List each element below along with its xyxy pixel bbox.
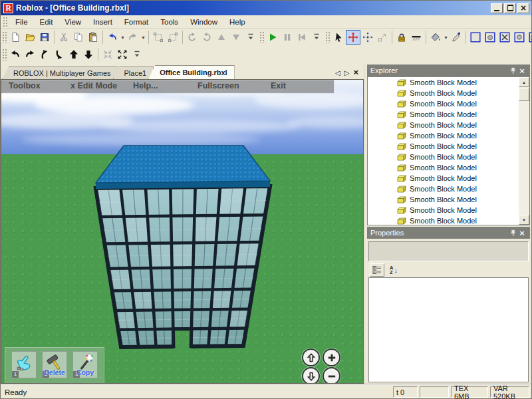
close-icon <box>521 4 526 13</box>
explorer-tree: Smooth Block Model Smooth Block Model Sm… <box>367 76 530 225</box>
pin-icon[interactable] <box>508 66 517 75</box>
hammer-delete-tool-button[interactable]: 2Delete <box>42 351 67 378</box>
tab-office-building-rbxl[interactable]: Office Building.rbxl <box>148 65 234 79</box>
camera-pan-up-icon[interactable] <box>37 47 52 62</box>
surface-weld-icon[interactable] <box>497 30 512 45</box>
fill-color-icon[interactable] <box>428 30 443 45</box>
block-model-icon <box>397 132 406 140</box>
redo-dropdown-icon: ▼ <box>140 30 146 45</box>
tab-scroll-left-icon[interactable] <box>335 70 340 76</box>
menu-item[interactable]: Format <box>118 17 154 27</box>
game-menu-item[interactable]: Fullscreen <box>198 81 239 90</box>
camera-zoom-out-icon[interactable] <box>81 47 96 62</box>
scrollbar-thumb[interactable] <box>519 88 529 101</box>
explorer-scrollbar[interactable] <box>519 77 529 225</box>
camera-zoom-in-icon[interactable] <box>66 47 81 62</box>
explorer-close-icon[interactable] <box>517 66 527 75</box>
menu-item[interactable]: Help <box>223 17 251 27</box>
menu-item[interactable]: File <box>9 17 34 27</box>
surface-studs-icon[interactable] <box>512 30 527 45</box>
camera-up-button[interactable] <box>302 348 320 366</box>
toolbar-options-icon[interactable] <box>130 47 144 62</box>
anchor-tool-icon[interactable] <box>409 30 424 45</box>
menu-item[interactable]: Tools <box>154 17 184 27</box>
explorer-item[interactable]: Smooth Block Model <box>368 215 529 225</box>
pin-icon[interactable] <box>508 228 517 237</box>
game-menu-bar: Toolboxx Edit ModeHelp...FullscreenExit <box>1 80 334 92</box>
explorer-item[interactable]: Smooth Block Model <box>368 120 529 130</box>
explorer-item[interactable]: Smooth Block Model <box>368 205 529 215</box>
copy-doc-icon <box>71 30 86 45</box>
categorized-view-icon[interactable] <box>370 263 384 277</box>
restore-button[interactable] <box>504 3 516 13</box>
zoom-extents-icon[interactable] <box>115 47 130 62</box>
surface-hinge-icon[interactable] <box>527 30 532 45</box>
explorer-item[interactable]: Smooth Block Model <box>368 77 529 88</box>
menu-item[interactable]: Edit <box>34 17 59 27</box>
tab-scroll-right-icon[interactable] <box>344 70 350 76</box>
alphabetical-sort-icon[interactable] <box>386 263 401 277</box>
viewport-3d-scene[interactable] <box>1 80 363 383</box>
explorer-item[interactable]: Smooth Block Model <box>368 184 529 194</box>
undo-icon[interactable] <box>105 30 120 45</box>
toolbar-options-icon[interactable] <box>309 30 324 45</box>
status-cell: VAR 520KB <box>490 386 529 398</box>
tab-place1[interactable]: Place1 <box>113 66 154 79</box>
camera-down-button[interactable] <box>302 367 320 384</box>
explorer-item[interactable]: Smooth Block Model <box>368 173 529 184</box>
camera-pan-down-icon[interactable] <box>52 47 66 62</box>
tab-roblox-multiplayer-games[interactable]: ROBLOX | Multiplayer Games <box>2 66 118 79</box>
move-tool-icon[interactable] <box>346 30 360 45</box>
select-cursor-icon[interactable] <box>331 30 346 45</box>
camera-tilt-left-icon[interactable] <box>8 47 23 62</box>
explorer-item-label: Smooth Block Model <box>410 110 477 118</box>
play-icon[interactable] <box>265 30 280 45</box>
minimize-icon <box>494 10 499 11</box>
resize-tool-icon[interactable] <box>360 30 375 45</box>
game-menu-item[interactable]: Help... <box>133 81 158 90</box>
properties-close-icon[interactable] <box>517 228 527 237</box>
save-icon[interactable] <box>37 30 52 45</box>
new-file-icon[interactable] <box>8 30 23 45</box>
explorer-item[interactable]: Smooth Block Model <box>368 141 529 152</box>
explorer-item[interactable]: Smooth Block Model <box>368 194 529 205</box>
camera-zoom-out-minus-button[interactable] <box>323 367 340 384</box>
material-dropper-icon[interactable] <box>449 30 464 45</box>
menu-item[interactable]: Insert <box>87 17 118 27</box>
explorer-item[interactable]: Smooth Block Model <box>368 98 529 109</box>
toolbar-options-icon[interactable] <box>243 30 258 45</box>
undo-dropdown-icon[interactable]: ▼ <box>120 30 126 45</box>
menu-item[interactable]: Window <box>184 17 223 27</box>
explorer-item[interactable]: Smooth Block Model <box>368 88 529 98</box>
game-menu-item[interactable]: Exit <box>271 81 286 90</box>
menu-item[interactable]: View <box>59 17 87 27</box>
copy-wand-tool-button[interactable]: 3Copy <box>72 351 98 378</box>
game-menu-item[interactable]: x Edit Mode <box>70 81 117 90</box>
fill-color-dropdown-icon[interactable]: ▼ <box>443 30 449 45</box>
explorer-item[interactable]: Smooth Block Model <box>368 162 529 173</box>
explorer-item[interactable]: Smooth Block Model <box>368 130 529 141</box>
surface-smooth-icon[interactable] <box>468 30 483 45</box>
camera-tilt-right-icon[interactable] <box>23 47 37 62</box>
paste-icon[interactable] <box>86 30 100 45</box>
minimize-button[interactable] <box>491 3 503 13</box>
game-menu-item[interactable]: Toolbox <box>9 81 41 90</box>
scrollbar-track[interactable] <box>519 101 529 215</box>
tab-close-icon[interactable] <box>353 69 358 76</box>
open-folder-icon[interactable] <box>23 30 37 45</box>
scroll-down-icon[interactable] <box>519 215 529 225</box>
block-model-icon <box>397 143 406 150</box>
grab-tool-button[interactable]: 1 <box>11 351 37 378</box>
status-cell: t 0 <box>393 386 418 398</box>
explorer-item-label: Smooth Block Model <box>410 164 477 172</box>
properties-list[interactable] <box>368 277 529 382</box>
properties-object-box[interactable] <box>368 241 529 261</box>
lock-tool-icon[interactable] <box>394 30 409 45</box>
scroll-up-icon[interactable] <box>519 77 529 87</box>
block-model-icon <box>397 100 406 108</box>
camera-zoom-in-plus-button[interactable] <box>323 348 340 366</box>
close-button[interactable] <box>517 3 529 13</box>
explorer-item[interactable]: Smooth Block Model <box>368 109 529 120</box>
surface-glue-icon[interactable] <box>483 30 497 45</box>
explorer-item[interactable]: Smooth Block Model <box>368 152 529 162</box>
